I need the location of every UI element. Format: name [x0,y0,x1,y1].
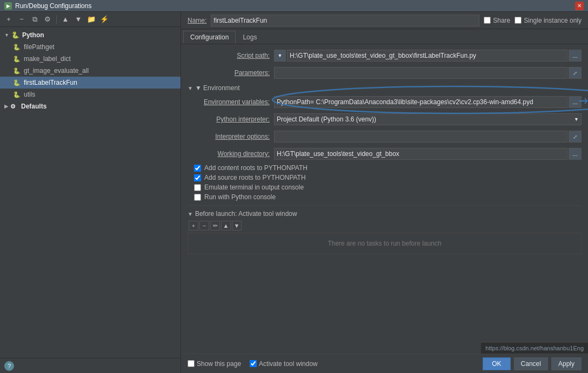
ok-button[interactable]: OK [483,357,510,370]
interpreter-options-row: Interpreter options: ⤢ [188,130,582,144]
working-directory-browse-button[interactable]: ... [569,148,582,160]
parameters-input[interactable] [274,67,567,79]
tree-item-defaults[interactable]: ▶ ⚙ Defaults [0,100,181,112]
interpreter-options-label: Interpreter options: [188,133,274,140]
activate-tool-window-checkbox[interactable] [250,360,257,367]
single-instance-checkbox[interactable] [514,17,522,24]
tree-item-first-label-track-fun[interactable]: 🐍 firstLabelTrackFun [0,77,181,89]
environment-label: ▼ Environment [195,84,240,92]
tree-label-defaults: Defaults [21,103,46,110]
python-file-icon-2: 🐍 [13,67,22,74]
before-launch-down-button[interactable]: ▼ [232,221,242,230]
name-bar: Name: Share Single instance only [181,12,588,29]
interpreter-options-input[interactable] [274,131,567,143]
left-toolbar: + − ⧉ ⚙ ▲ ▼ 📁 ⚡ [0,12,181,27]
left-panel: + − ⧉ ⚙ ▲ ▼ 📁 ⚡ ▼ 🐍 Python 🐍 filePathget [0,12,181,373]
before-launch-header: ▼ Before launch: Activate tool window [188,210,582,218]
before-launch-expand-arrow[interactable]: ▼ [188,211,193,217]
tree-item-utils[interactable]: 🐍 utils [0,89,181,100]
show-this-page-checkbox[interactable] [188,360,195,367]
before-launch-add-button[interactable]: + [189,221,198,230]
content-roots-checkbox[interactable] [194,165,201,172]
working-directory-row: Working directory: ... [188,147,582,161]
env-vars-row: Environment variables: ... [188,95,582,109]
python-icon: 🐍 [11,31,20,39]
tab-configuration[interactable]: Configuration [183,31,236,44]
working-directory-label: Working directory: [188,150,274,158]
before-launch-remove-button[interactable]: − [199,221,209,230]
python-interpreter-select[interactable]: Project Default (Python 3.6 (venv)) ▼ [274,113,582,125]
emulate-terminal-checkbox[interactable] [194,184,201,191]
before-launch-toolbar: + − ✏ ▲ ▼ [188,221,582,230]
python-interpreter-value: Project Default (Python 3.6 (venv)) [277,116,376,123]
config-footer: Show this page Activate tool window OK C… [181,354,588,373]
script-type-dropdown[interactable]: ▼ [274,50,286,62]
toolbar-separator [56,15,57,24]
source-roots-checkbox[interactable] [194,174,201,181]
interpreter-options-expand-button[interactable]: ⤢ [569,131,582,143]
share-checkbox[interactable] [484,17,491,24]
before-launch-up-button[interactable]: ▲ [221,221,231,230]
parameters-expand-button[interactable]: ⤢ [569,67,582,79]
before-launch-edit-button[interactable]: ✏ [210,221,220,230]
move-down-button[interactable]: ▼ [73,14,84,25]
tree-item-make-label-dict[interactable]: 🐍 make_label_dict [0,53,181,65]
script-path-input[interactable] [287,50,567,62]
expand-arrow-defaults: ▶ [4,104,8,109]
footer-checkboxes: Show this page Activate tool window [188,360,478,368]
folder-button[interactable]: 📁 [86,14,97,25]
before-launch-label: Before launch: Activate tool window [195,210,297,218]
script-path-input-group: ... [287,50,582,62]
activate-tool-window-item: Activate tool window [250,360,318,368]
working-directory-input[interactable] [274,148,567,160]
watermark: https://blog.csdn.net/hanshanbu1Eng [481,343,588,354]
expand-arrow-python: ▼ [4,32,9,38]
python-file-icon-0: 🐍 [13,44,22,51]
add-config-button[interactable]: + [3,14,14,25]
title-bar: ▶ Run/Debug Configurations ✕ [0,0,588,12]
env-vars-label: Environment variables: [188,98,274,106]
tab-logs[interactable]: Logs [236,31,264,44]
cancel-button[interactable]: Cancel [514,357,548,370]
before-launch-empty-text: There are no tasks to run before launch [328,240,441,247]
parameters-row: Parameters: ⤢ [188,66,582,80]
tree-label-filepathget: filePathget [24,43,55,51]
move-up-button[interactable]: ▲ [60,14,71,25]
python-interpreter-arrow: ▼ [574,117,579,122]
run-python-console-label: Run with Python console [204,193,276,201]
sort-button[interactable]: ⚡ [99,14,110,25]
python-interpreter-row: Python interpreter: Project Default (Pyt… [188,112,582,126]
remove-config-button[interactable]: − [16,14,27,25]
tree-label-first-label-track-fun: firstLabelTrackFun [24,79,77,86]
main-container: + − ⧉ ⚙ ▲ ▼ 📁 ⚡ ▼ 🐍 Python 🐍 filePathget [0,12,588,373]
tree-item-filepathget[interactable]: 🐍 filePathget [0,41,181,53]
apply-button[interactable]: Apply [551,357,582,370]
env-vars-browse-button[interactable]: ... [569,96,582,108]
python-file-icon-3: 🐍 [13,91,22,98]
env-vars-input-group: ... [274,96,582,108]
tree-item-gt-image-evaluate-all[interactable]: 🐍 gt_image_evaluate_all [0,65,181,77]
close-button[interactable]: ✕ [575,2,584,10]
run-python-console-checkbox[interactable] [194,194,201,201]
script-path-browse-button[interactable]: ... [569,50,582,62]
tree-label-make-label-dict: make_label_dict [24,55,71,63]
footer-buttons: OK Cancel Apply [483,357,582,370]
right-panel: Name: Share Single instance only Configu… [181,12,588,373]
tree-item-python[interactable]: ▼ 🐍 Python [0,29,181,41]
parameters-input-group: ⤢ [274,67,582,79]
copy-config-button[interactable]: ⧉ [29,14,40,25]
emulate-terminal-row: Emulate terminal in output console [188,184,582,191]
settings-button[interactable]: ⚙ [42,14,53,25]
show-this-page-label: Show this page [197,360,241,368]
python-file-icon-1: 🐍 [13,56,22,63]
tree-label-utils: utils [24,91,35,98]
tree-label-gt-image-evaluate-all: gt_image_evaluate_all [24,67,89,74]
run-python-console-row: Run with Python console [188,193,582,201]
environment-expand-arrow[interactable]: ▼ [188,85,193,91]
env-vars-input[interactable] [274,96,567,108]
name-input[interactable] [211,15,479,26]
emulate-terminal-label: Emulate terminal in output console [204,184,304,191]
help-button[interactable]: ? [4,361,14,371]
single-instance-label: Single instance only [524,17,582,24]
source-roots-label: Add source roots to PYTHONPATH [204,174,306,181]
